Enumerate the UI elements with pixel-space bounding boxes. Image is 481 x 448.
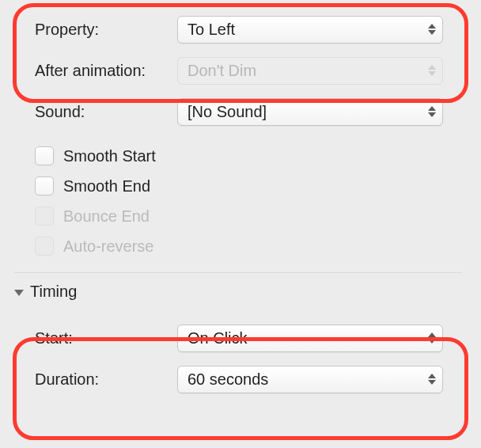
start-select[interactable]: On Click: [177, 325, 443, 352]
smooth-end-label: Smooth End: [63, 177, 150, 196]
duration-row: Duration: 60 seconds: [35, 364, 462, 394]
duration-select[interactable]: 60 seconds: [177, 366, 443, 393]
smooth-end-row: Smooth End: [35, 171, 462, 201]
duration-value: 60 seconds: [187, 370, 268, 389]
sound-value: [No Sound]: [187, 103, 267, 121]
sound-label: Sound:: [35, 103, 177, 121]
after-animation-row: After animation: Don't Dim: [35, 55, 462, 85]
updown-icon: [428, 329, 437, 347]
property-value: To Left: [187, 21, 235, 39]
timing-section-title: Timing: [30, 283, 77, 301]
effect-checkboxes: Smooth Start Smooth End Bounce End Auto-…: [35, 138, 462, 272]
updown-icon: [428, 62, 437, 79]
after-animation-label: After animation:: [35, 62, 177, 80]
after-animation-select: Don't Dim: [177, 57, 443, 85]
bounce-end-label: Bounce End: [63, 207, 150, 226]
start-row: Start: On Click: [35, 323, 462, 353]
chevron-down-icon: [14, 290, 24, 296]
property-label: Property:: [35, 21, 177, 39]
after-animation-value: Don't Dim: [187, 62, 256, 80]
smooth-start-label: Smooth Start: [63, 147, 156, 165]
sound-select[interactable]: [No Sound]: [177, 98, 443, 126]
updown-icon: [428, 370, 437, 388]
sound-row: Sound: [No Sound]: [35, 97, 462, 127]
start-label: Start:: [35, 329, 177, 347]
smooth-start-row: Smooth Start: [35, 141, 462, 171]
updown-icon: [428, 21, 437, 38]
auto-reverse-checkbox: [35, 237, 54, 256]
effect-options-panel: Property: To Left After animation: Don't…: [0, 0, 481, 394]
timing-section-header[interactable]: Timing: [14, 272, 462, 307]
duration-label: Duration:: [35, 370, 177, 389]
auto-reverse-row: Auto-reverse: [35, 231, 462, 261]
bounce-end-checkbox: [35, 207, 54, 226]
auto-reverse-label: Auto-reverse: [63, 237, 154, 256]
bounce-end-row: Bounce End: [35, 201, 462, 231]
smooth-start-checkbox[interactable]: [35, 146, 54, 165]
property-row: Property: To Left: [35, 14, 462, 44]
updown-icon: [428, 103, 437, 120]
start-value: On Click: [187, 329, 248, 347]
property-select[interactable]: To Left: [177, 16, 443, 44]
smooth-end-checkbox[interactable]: [35, 177, 54, 196]
